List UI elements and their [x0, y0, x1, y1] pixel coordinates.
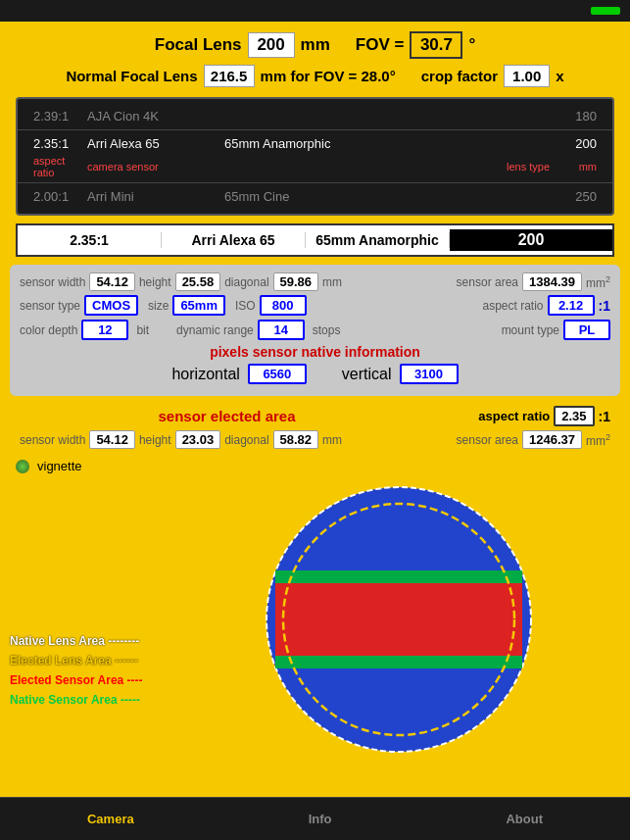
vignette-row: vignette [16, 459, 614, 473]
sensor-type-label: sensor type [20, 299, 80, 313]
native-lens-legend: Native Lens Area -------- [10, 634, 139, 648]
sensor-size-label: size [148, 299, 169, 313]
elected-width-value[interactable]: 54.12 [89, 430, 135, 449]
sensor-height-label: height [139, 275, 171, 289]
elected-measurements: sensor width 54.12 height 23.03 diagonal… [20, 430, 610, 449]
bottom-nav: Camera Info About [0, 797, 630, 840]
elected-area-label: sensor area [457, 433, 518, 447]
nav-info[interactable]: Info [309, 812, 332, 826]
sensor-type-value[interactable]: CMOS [84, 295, 138, 316]
elected-header: sensor elected area aspect ratio 2.35 :1 [20, 406, 610, 426]
focal-value[interactable]: 200 [248, 32, 295, 58]
sensor-size-value[interactable]: 65mm [172, 295, 225, 316]
pixel-row: horizontal 6560 vertical 3100 [20, 364, 610, 384]
focal-label: Focal Lens [155, 35, 242, 55]
mini-lens: 65mm Cine [224, 189, 557, 204]
native-sensor-legend: Native Sensor Area ----- [10, 693, 140, 707]
camera-row-aja[interactable]: 2.39:1 AJA Cion 4K 180 [18, 105, 612, 127]
dr-value[interactable]: 14 [258, 320, 305, 340]
focal-unit: mm [301, 35, 330, 55]
visualization-area: Native Lens Area -------- Elected Lens A… [10, 477, 620, 762]
focal-lens-row: Focal Lens 200 mm FOV = 30.7 ° [0, 22, 630, 63]
vert-value[interactable]: 3100 [400, 364, 459, 384]
selected-num: 200 [450, 229, 612, 251]
sensor-width-value[interactable]: 54.12 [89, 272, 135, 291]
vignette-indicator [16, 460, 29, 473]
selected-lens: 65mm Anamorphic [306, 232, 450, 248]
sensor-iso-label: ISO [235, 299, 256, 313]
horiz-value[interactable]: 6560 [248, 364, 307, 384]
aja-name: AJA Cion 4K [87, 109, 224, 124]
alexa65-lens: 65mm Anamorphic [224, 136, 557, 151]
elected-unit: mm [322, 433, 342, 447]
mini-ar: 2.00:1 [33, 189, 87, 204]
color-depth-label: color depth [20, 323, 77, 337]
fov-label: FOV = [356, 35, 405, 55]
sensor-iso-value[interactable]: 800 [260, 295, 307, 316]
sensor-info-panel: sensor width 54.12 height 25.58 diagonal… [10, 265, 620, 396]
selected-name: Arri Alexa 65 [162, 232, 306, 248]
top-bar [0, 0, 630, 22]
color-depth-value[interactable]: 12 [81, 320, 128, 340]
aja-ar: 2.39:1 [33, 109, 87, 124]
sensor-area-label: sensor area [457, 275, 518, 289]
normal-focal-label: Normal Focal Lens [66, 68, 197, 84]
elected-diagonal-value[interactable]: 58.82 [273, 430, 319, 449]
sensor-width-label: sensor width [20, 275, 85, 289]
selected-ar: 2.35:1 [18, 232, 162, 248]
normal-focal-value[interactable]: 216.5 [204, 65, 255, 87]
elected-sensor-legend: Elected Sensor Area ---- [10, 673, 143, 687]
legend-native-lens: Native Lens Area -------- [10, 634, 167, 648]
mount-label: mount type [502, 323, 559, 337]
vignette-label: vignette [37, 459, 82, 473]
mm-label: mm [557, 161, 597, 173]
nav-about[interactable]: About [506, 812, 543, 826]
lens-diagram [262, 477, 536, 762]
elected-area-section: sensor elected area aspect ratio 2.35 :1… [10, 402, 620, 453]
crop-unit: x [556, 68, 563, 84]
sensor-ar-value[interactable]: 2.12 [548, 295, 595, 316]
alexa65-name: Arri Alexa 65 [87, 136, 224, 151]
elected-height-value[interactable]: 23.03 [175, 430, 221, 449]
divider-1 [18, 129, 612, 130]
camera-row-alexa65[interactable]: 2.35:1 Arri Alexa 65 65mm Anamorphic 200 [18, 132, 612, 155]
normal-focal-row: Normal Focal Lens 216.5 mm for FOV = 28.… [0, 63, 630, 93]
elected-title: sensor elected area [20, 408, 434, 424]
legend-native-sensor: Native Sensor Area ----- [10, 693, 167, 707]
sensor-height-value[interactable]: 25.58 [175, 272, 221, 291]
mount-value[interactable]: PL [563, 320, 610, 340]
sensor-unit: mm [322, 275, 342, 289]
sensor-ar-label: aspect ratio [483, 299, 544, 313]
elected-height-label: height [139, 433, 171, 447]
vert-label: vertical [342, 366, 392, 383]
sensor-area-value[interactable]: 1384.39 [522, 272, 582, 291]
elected-diagonal-label: diagonal [224, 433, 268, 447]
sensor-label: camera sensor [87, 161, 224, 173]
dr-unit: stops [313, 323, 341, 337]
camera-row-arrimini[interactable]: 2.00:1 Arri Mini 65mm Cine 250 [18, 185, 612, 208]
elected-lens-legend: Elected Lens Area ------ [10, 654, 138, 667]
normal-focal-unit: mm for FOV = 28.0° [261, 68, 396, 84]
elected-ar-value[interactable]: 2.35 [554, 406, 594, 426]
legend-elected-lens: Elected Lens Area ------ [10, 654, 167, 667]
sensor-ar-unit: :1 [599, 298, 610, 314]
elected-ar-label: aspect ratio [478, 409, 550, 423]
native-info-label: pixels sensor native information [20, 344, 610, 360]
elected-width-label: sensor width [20, 433, 85, 447]
sensor-diagonal-value[interactable]: 59.86 [273, 272, 319, 291]
ar-label: aspect ratio [33, 155, 87, 178]
elected-area-value[interactable]: 1246.37 [522, 430, 582, 449]
mini-num: 250 [557, 189, 597, 204]
legend: Native Lens Area -------- Elected Lens A… [10, 634, 167, 716]
legend-elected-sensor: Elected Sensor Area ---- [10, 673, 167, 687]
camera-selector-panel: 2.39:1 AJA Cion 4K 180 2.35:1 Arri Alexa… [16, 97, 614, 216]
mini-name: Arri Mini [87, 189, 224, 204]
fov-value[interactable]: 30.7 [410, 31, 462, 59]
divider-2 [18, 182, 612, 183]
horiz-label: horizontal [171, 366, 239, 383]
status-indicator [591, 7, 620, 15]
nav-camera[interactable]: Camera [87, 812, 134, 826]
crop-value[interactable]: 1.00 [504, 65, 550, 87]
sensor-row-1: sensor width 54.12 height 25.58 diagonal… [20, 272, 610, 291]
selected-camera-bar: 2.35:1 Arri Alexa 65 65mm Anamorphic 200 [16, 223, 614, 257]
